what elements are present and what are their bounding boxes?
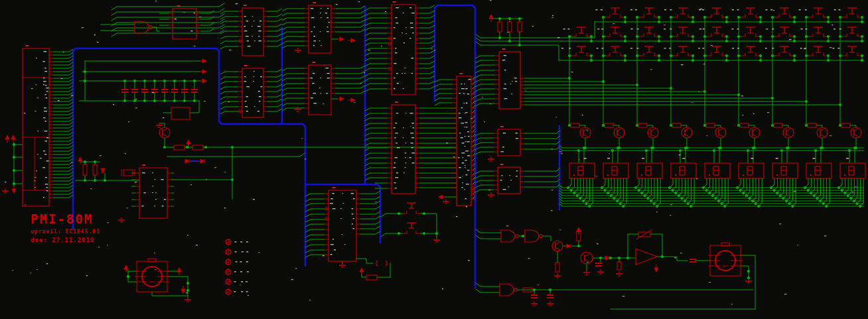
arrow-marker bbox=[199, 59, 206, 63]
resistor bbox=[93, 164, 97, 175]
capacitor bbox=[181, 90, 188, 92]
resistor bbox=[518, 22, 522, 32]
components bbox=[2, 5, 865, 306]
driver-resistor bbox=[672, 123, 681, 127]
keyboard-key bbox=[606, 46, 624, 56]
keyboard-key bbox=[741, 46, 760, 56]
capacitor bbox=[121, 90, 128, 92]
diode bbox=[200, 159, 204, 163]
din-connector bbox=[135, 259, 169, 292]
title-block: PMI-80M upravil: EC1045.01 dne: 27.11.20… bbox=[31, 212, 100, 243]
seven-segment-display bbox=[840, 163, 865, 178]
resistor bbox=[498, 22, 502, 32]
nand-gate bbox=[501, 230, 518, 242]
label-noise bbox=[5, 0, 857, 304]
keyboard-key bbox=[606, 27, 624, 36]
nand-gate bbox=[525, 230, 542, 242]
keyboard-key bbox=[572, 27, 591, 36]
ground-symbol bbox=[118, 218, 125, 222]
component-box bbox=[171, 107, 190, 119]
ic-ic6 bbox=[388, 5, 419, 95]
keyboard-key bbox=[809, 27, 828, 36]
keyboard-key bbox=[843, 27, 861, 36]
capacitor bbox=[531, 295, 538, 298]
driver-resistor bbox=[841, 123, 850, 127]
keyboard-key bbox=[775, 46, 794, 56]
ground-symbol bbox=[443, 199, 449, 204]
ic-ic1 bbox=[169, 9, 200, 39]
driver-resistor bbox=[638, 123, 647, 127]
transistor bbox=[552, 241, 563, 251]
keyboard-key bbox=[809, 46, 828, 56]
test-point bbox=[226, 239, 231, 245]
arrow-marker bbox=[577, 227, 581, 235]
driver-transistor bbox=[783, 127, 794, 138]
diode bbox=[605, 256, 609, 260]
seven-segment-display bbox=[739, 163, 764, 178]
ic-cpu bbox=[23, 48, 53, 206]
arrow-marker bbox=[348, 98, 355, 102]
test-point bbox=[226, 289, 231, 294]
ic-ic10 bbox=[495, 52, 524, 109]
contact-mark bbox=[376, 261, 378, 266]
seven-segment-display bbox=[806, 163, 832, 178]
test-point bbox=[226, 249, 231, 255]
arrow-marker bbox=[654, 265, 658, 272]
ic-ic7 bbox=[388, 105, 419, 194]
test-point bbox=[226, 259, 231, 265]
keyboard-key bbox=[674, 27, 692, 36]
ground-symbol bbox=[295, 107, 301, 111]
push-button bbox=[403, 203, 420, 214]
seven-segment-display bbox=[603, 163, 628, 178]
ic-ic12 bbox=[494, 167, 524, 194]
ic-ic8 bbox=[453, 76, 475, 206]
ic-ic4 bbox=[305, 5, 335, 53]
keyboard-key bbox=[843, 8, 861, 17]
ground-symbol bbox=[184, 297, 191, 302]
ground-symbol bbox=[554, 273, 561, 278]
resistor bbox=[174, 145, 184, 150]
ground-symbol bbox=[2, 188, 9, 193]
diode bbox=[185, 159, 189, 163]
arrow-marker bbox=[199, 79, 206, 83]
seven-segment-display bbox=[671, 163, 696, 178]
seven-segment-display bbox=[637, 163, 662, 178]
arrow-marker bbox=[360, 268, 364, 275]
diode bbox=[567, 244, 571, 248]
keyboard-key bbox=[674, 46, 692, 56]
ground-symbol bbox=[488, 157, 494, 161]
ground-symbol bbox=[339, 263, 346, 267]
ground-symbol bbox=[583, 270, 590, 275]
capacitor bbox=[547, 295, 553, 298]
keyboard-key bbox=[775, 8, 794, 17]
ic-ic11 bbox=[494, 129, 524, 156]
contact-mark bbox=[386, 261, 387, 266]
driver-transistor bbox=[648, 127, 658, 138]
ground-symbol bbox=[433, 237, 440, 242]
op-amp bbox=[636, 249, 657, 265]
keyboard-key bbox=[674, 8, 692, 17]
ic-ic5 bbox=[305, 65, 335, 115]
driver-transistor bbox=[682, 127, 692, 138]
capacitor bbox=[595, 263, 602, 266]
ground-symbol bbox=[597, 269, 604, 274]
nand-gate bbox=[500, 284, 517, 296]
driver-transistor bbox=[749, 127, 760, 138]
schematic-subtitle: upravil: EC1045.01 bbox=[31, 229, 100, 235]
keyboard-key bbox=[809, 8, 828, 17]
diode bbox=[101, 168, 105, 172]
seven-segment-display bbox=[705, 163, 730, 178]
driver-resistor bbox=[706, 123, 715, 127]
driver-resistor bbox=[740, 123, 749, 127]
keyboard-key bbox=[572, 46, 591, 56]
driver-transistor bbox=[614, 127, 624, 138]
arrow-marker bbox=[78, 157, 82, 164]
driver-resistor bbox=[808, 123, 816, 127]
resistor bbox=[508, 22, 512, 32]
ground-symbol bbox=[488, 192, 494, 197]
arrow-marker bbox=[11, 135, 15, 143]
resistor bbox=[366, 275, 377, 280]
capacitor bbox=[141, 90, 148, 92]
keyboard-key bbox=[640, 8, 658, 17]
capacitor bbox=[151, 90, 158, 92]
